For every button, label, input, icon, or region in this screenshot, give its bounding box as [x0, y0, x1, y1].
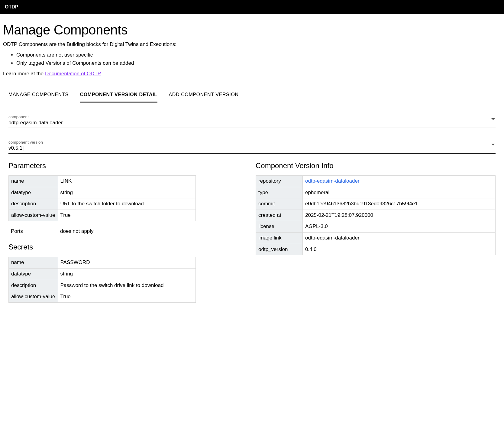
component-select-label: component: [8, 115, 496, 119]
table-row: image linkodtp-eqasim-dataloader: [256, 233, 496, 244]
table-row: namePASSWORD: [9, 257, 196, 269]
table-row: typeephemeral: [256, 187, 496, 198]
table-row: repository odtp-eqasim-dataloader: [256, 175, 496, 187]
documentation-link[interactable]: Documentation of ODTP: [45, 71, 101, 77]
table-row: datatypestring: [9, 269, 196, 280]
parameters-table: nameLINK datatypestring descriptionURL t…: [8, 175, 196, 221]
component-version-select-label: component version: [8, 140, 496, 145]
component-version-select-value: v0.5.1: [8, 145, 496, 151]
app-title: OTDP: [5, 4, 18, 9]
repository-link[interactable]: odtp-eqasim-dataloader: [305, 178, 360, 184]
left-column: Parameters nameLINK datatypestring descr…: [8, 161, 248, 308]
table-row: descriptionPassword to the switch drive …: [9, 280, 196, 291]
secrets-heading: Secrets: [8, 243, 248, 251]
intro-bullet: Only tagged Versions of Components can b…: [16, 59, 501, 67]
selects: component odtp-eqasim-dataloader compone…: [3, 114, 501, 154]
table-row: datatypestring: [9, 187, 196, 198]
table-row: descriptionURL to the switch folder to d…: [9, 198, 196, 210]
right-column: Component Version Info repository odtp-e…: [256, 161, 496, 308]
page-content: Manage Components ODTP Components are th…: [0, 14, 504, 320]
table-row: allow-custom-valueTrue: [9, 210, 196, 221]
ports-row: Ports does not apply: [8, 226, 196, 236]
intro-text: ODTP Components are the Building blocks …: [3, 41, 501, 48]
tab-manage-components[interactable]: MANAGE COMPONENTS: [8, 89, 69, 103]
intro-bullet: Components are not user specific: [16, 51, 501, 59]
ports-value: does not apply: [58, 226, 96, 236]
chevron-down-icon: [491, 144, 495, 145]
parameters-heading: Parameters: [8, 161, 248, 170]
topbar: OTDP: [0, 0, 504, 14]
component-select-value: odtp-eqasim-dataloader: [8, 120, 496, 126]
table-row: nameLINK: [9, 175, 196, 187]
page-title: Manage Components: [3, 22, 501, 37]
info-heading: Component Version Info: [256, 161, 496, 170]
component-select[interactable]: component odtp-eqasim-dataloader: [8, 114, 496, 128]
tab-add-component-version[interactable]: ADD COMPONENT VERSION: [169, 89, 239, 103]
intro-bullets: Components are not user specific Only ta…: [3, 51, 501, 67]
table-row: allow-custom-valueTrue: [9, 291, 196, 303]
ports-label: Ports: [8, 226, 55, 236]
chevron-down-icon: [491, 118, 495, 120]
secrets-table: namePASSWORD datatypestring descriptionP…: [8, 257, 196, 303]
learn-more: Learn more at the Documentation of ODTP: [3, 71, 501, 77]
info-table: repository odtp-eqasim-dataloader typeep…: [256, 175, 496, 255]
table-row: commite0db1ee94613682b3bd1913ed09326c17b…: [256, 198, 496, 210]
table-row: odtp_version0.4.0: [256, 244, 496, 255]
tabs: MANAGE COMPONENTS COMPONENT VERSION DETA…: [3, 89, 501, 103]
table-row: licenseAGPL-3.0: [256, 221, 496, 233]
table-row: created at2025-02-21T19:28:07.920000: [256, 210, 496, 221]
component-version-select[interactable]: component version v0.5.1: [8, 139, 496, 154]
tab-component-version-detail[interactable]: COMPONENT VERSION DETAIL: [80, 89, 157, 103]
